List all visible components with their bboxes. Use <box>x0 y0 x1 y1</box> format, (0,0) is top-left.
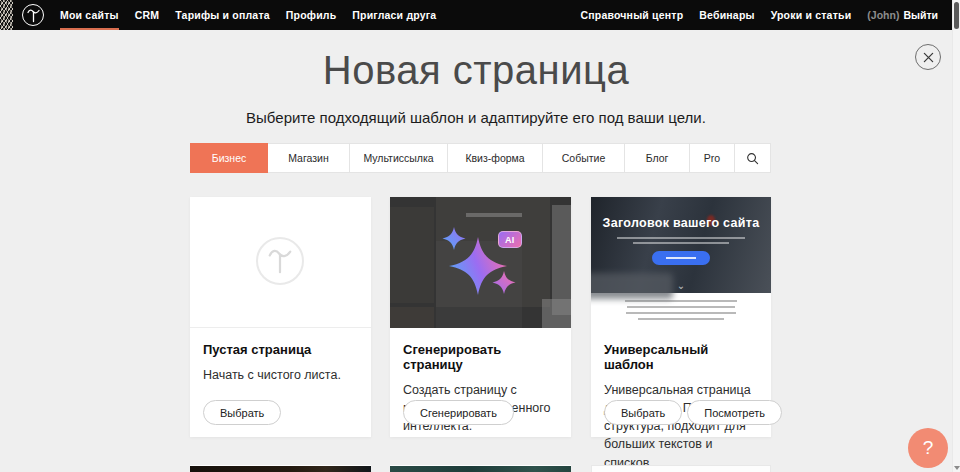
card-description: Начать с чистого листа. <box>203 366 358 384</box>
primary-nav: Мои сайты CRM Тарифы и оплата Профиль Пр… <box>60 9 436 21</box>
preview-text-line <box>633 242 729 244</box>
nav-my-sites[interactable]: Мои сайты <box>60 9 119 21</box>
tab-quiz-form[interactable]: Квиз-форма <box>448 143 543 173</box>
nav-plans-payment[interactable]: Тарифы и оплата <box>175 9 270 21</box>
tab-pro[interactable]: Pro <box>690 143 735 173</box>
search-icon <box>746 152 759 165</box>
generate-button[interactable]: Сгенерировать <box>403 400 514 425</box>
template-hero-preview: Заголовок вашего сайта ⌄ <box>591 197 771 293</box>
decorative-edge-pattern <box>0 0 13 30</box>
tilda-logo-icon[interactable] <box>22 4 44 26</box>
view-template-button[interactable]: Посмотреть <box>687 400 782 425</box>
preview-text-line <box>626 312 736 314</box>
tab-multilink[interactable]: Мультиссылка <box>350 143 448 173</box>
page-title: Новая страница <box>0 48 952 93</box>
help-button[interactable]: ? <box>908 428 948 468</box>
template-card-blank-page: Пустая страница Начать с чистого листа. … <box>190 197 371 437</box>
search-tab-button[interactable] <box>735 143 771 173</box>
nav-crm[interactable]: CRM <box>135 9 160 21</box>
hero-photo-detail <box>591 273 673 299</box>
secondary-nav: Справочный центр Вебинары Уроки и статьи… <box>580 9 938 21</box>
top-navigation-bar: Мои сайты CRM Тарифы и оплата Профиль Пр… <box>0 0 960 30</box>
account-username: (John) <box>867 9 899 21</box>
card-actions: Выбрать <box>203 400 281 425</box>
card-title: Сгенерировать страницу <box>403 342 558 372</box>
tab-blog[interactable]: Блог <box>625 143 690 173</box>
nav-help-center[interactable]: Справочный центр <box>580 9 683 21</box>
card-description: Универсальная страница для бизнеса. Поня… <box>604 381 758 472</box>
template-card-universal: Заголовок вашего сайта ⌄ Универсальный ш… <box>591 197 771 437</box>
logout-link[interactable]: Выйти <box>903 9 938 21</box>
nav-lessons-articles[interactable]: Уроки и статьи <box>771 9 852 21</box>
choose-template-button[interactable]: Выбрать <box>604 400 682 425</box>
preview-cta-label <box>666 257 696 259</box>
card-actions: Сгенерировать <box>403 400 514 425</box>
universal-template-thumbnail: Заголовок вашего сайта ⌄ <box>591 197 771 328</box>
scrollbar-thumb[interactable] <box>954 2 959 29</box>
template-card-ai-generate: AI Сгенерировать страницу Создать страни… <box>390 197 571 437</box>
close-icon <box>923 52 934 63</box>
next-row-card-thumbnail[interactable] <box>390 465 571 472</box>
tilda-ghost-glyph <box>267 247 293 275</box>
tab-business[interactable]: Бизнес <box>190 143 268 173</box>
blank-page-thumbnail <box>190 197 371 328</box>
preview-text-line <box>627 306 735 308</box>
preview-text-line <box>638 318 724 320</box>
close-button[interactable] <box>915 44 941 70</box>
tilda-glyph <box>27 8 40 23</box>
card-title: Пустая страница <box>203 342 358 357</box>
page-subtitle: Выберите подходящий шаблон и адаптируйте… <box>0 109 952 126</box>
template-preview-heading: Заголовок вашего сайта <box>591 216 771 230</box>
preview-text-line <box>625 300 737 302</box>
preview-text-line <box>617 237 745 239</box>
tab-event[interactable]: Событие <box>543 143 625 173</box>
card-body: Пустая страница Начать с чистого листа. <box>190 328 371 384</box>
tab-store[interactable]: Магазин <box>268 143 350 173</box>
card-actions: Выбрать Посмотреть <box>604 400 782 425</box>
ai-generate-thumbnail: AI <box>390 197 571 328</box>
vertical-scrollbar[interactable] <box>952 0 960 472</box>
scrollbar-down-arrow[interactable] <box>954 466 960 470</box>
ai-badge: AI <box>498 231 522 248</box>
template-category-tabs: Бизнес Магазин Мультиссылка Квиз-форма С… <box>190 143 771 173</box>
next-row-card-thumbnail[interactable] <box>591 465 771 472</box>
nav-profile[interactable]: Профиль <box>286 9 337 21</box>
choose-blank-button[interactable]: Выбрать <box>203 400 281 425</box>
nav-webinars[interactable]: Вебинары <box>699 9 754 21</box>
preview-cta-button <box>652 251 710 265</box>
card-title: Универсальный шаблон <box>604 342 758 372</box>
chevron-down-icon: ⌄ <box>677 281 685 291</box>
next-row-card-thumbnail[interactable] <box>190 465 371 472</box>
account-area: (John) Выйти <box>867 9 938 21</box>
tilda-ghost-logo-icon <box>256 237 304 285</box>
nav-invite-friend[interactable]: Пригласи друга <box>352 9 436 21</box>
